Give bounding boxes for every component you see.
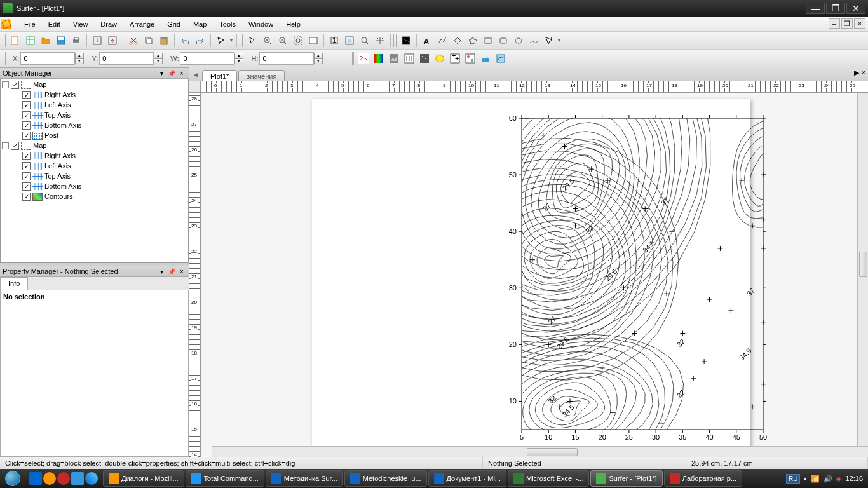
tree-item[interactable]: ✓Post bbox=[1, 130, 188, 140]
rounded-rect-button[interactable] bbox=[496, 34, 510, 48]
export-button[interactable] bbox=[105, 34, 119, 48]
y-spin-down[interactable]: ▾ bbox=[154, 58, 163, 64]
ellipse-button[interactable] bbox=[512, 34, 526, 48]
mdi-minimize-button[interactable]: – bbox=[829, 18, 840, 29]
symbol-button[interactable] bbox=[466, 34, 480, 48]
menu-map[interactable]: Map bbox=[187, 18, 213, 30]
toolbar-grip[interactable] bbox=[393, 34, 397, 47]
start-button[interactable] bbox=[0, 469, 25, 488]
new-plot-button[interactable] bbox=[8, 34, 22, 48]
h-spin-up[interactable]: ▴ bbox=[314, 53, 323, 58]
panel-close-icon[interactable]: × bbox=[177, 267, 186, 276]
toolbar-grip[interactable] bbox=[3, 52, 6, 65]
minimize-button[interactable]: — bbox=[806, 3, 825, 14]
menu-grid[interactable]: Grid bbox=[161, 18, 187, 30]
zoom-selected-button[interactable] bbox=[342, 34, 356, 48]
select-tool-button[interactable] bbox=[214, 34, 228, 48]
new-worksheet-button[interactable] bbox=[24, 34, 37, 48]
object-tree[interactable]: -✓Map✓╫╫╫Right Axis✓╫╫╫Left Axis✓╫╫╫Top … bbox=[0, 79, 189, 263]
surface-map-icon[interactable] bbox=[478, 51, 492, 65]
zoom-in-button[interactable] bbox=[261, 34, 275, 48]
tree-checkbox[interactable]: ✓ bbox=[11, 142, 19, 150]
tree-item[interactable]: ✓╫╫╫Left Axis bbox=[1, 161, 188, 171]
x-spin-up[interactable]: ▴ bbox=[75, 53, 84, 58]
taskbar-button[interactable]: Документ1 - Mi... bbox=[428, 470, 506, 487]
tree-item[interactable]: ✓Contours bbox=[1, 191, 188, 201]
close-button[interactable]: ✕ bbox=[846, 3, 865, 14]
tree-checkbox[interactable]: ✓ bbox=[22, 121, 31, 130]
ql-ie2-icon[interactable] bbox=[85, 472, 98, 485]
tree-expand-icon[interactable]: - bbox=[2, 142, 9, 149]
toolbar-grip[interactable] bbox=[351, 52, 354, 65]
mdi-restore-button[interactable]: ❐ bbox=[841, 18, 853, 29]
print-button[interactable] bbox=[69, 34, 83, 48]
ql-ie-icon[interactable] bbox=[29, 472, 42, 485]
pointer-button[interactable] bbox=[245, 34, 259, 48]
tree-item[interactable]: ✓╫╫╫Right Axis bbox=[1, 90, 188, 100]
canvas[interactable]: 5101520253035404550102030405060272729.52… bbox=[201, 93, 868, 457]
taskbar-button[interactable]: Диалоги - Mozill... bbox=[103, 470, 184, 487]
zoom-actual-button[interactable]: 1 bbox=[327, 34, 341, 48]
rectangle-button[interactable] bbox=[481, 34, 495, 48]
info-tab[interactable]: Info bbox=[0, 277, 28, 290]
taskbar-button[interactable]: Total Command... bbox=[186, 470, 264, 487]
classed-post-icon[interactable] bbox=[463, 51, 477, 65]
tree-checkbox[interactable]: ✓ bbox=[22, 132, 31, 140]
tray-shield-icon[interactable]: ◈ bbox=[836, 475, 841, 483]
panel-pin-icon[interactable]: 📌 bbox=[167, 267, 176, 276]
toolbar-grip[interactable] bbox=[3, 34, 6, 47]
panel-dropdown-icon[interactable]: ▾ bbox=[157, 267, 166, 276]
x-input[interactable] bbox=[20, 52, 75, 65]
redo-button[interactable] bbox=[193, 34, 207, 48]
h-input[interactable] bbox=[259, 52, 314, 65]
tree-item[interactable]: -✓Map bbox=[1, 140, 188, 151]
tree-checkbox[interactable]: ✓ bbox=[22, 172, 31, 180]
menu-file[interactable]: File bbox=[18, 18, 42, 30]
vector-map-icon[interactable] bbox=[402, 51, 416, 65]
taskbar-button[interactable]: Лаборатрная р... bbox=[664, 470, 742, 487]
contour-map-icon[interactable] bbox=[356, 51, 370, 65]
tray-sound-icon[interactable]: 🔊 bbox=[824, 475, 832, 483]
pan-button[interactable] bbox=[373, 34, 387, 48]
import-button[interactable] bbox=[90, 34, 104, 48]
post-map-icon[interactable]: ++ bbox=[448, 51, 462, 65]
tree-item[interactable]: ✓╫╫╫Top Axis bbox=[1, 110, 188, 120]
tab-values[interactable]: значения bbox=[238, 70, 285, 82]
ql-save-icon[interactable] bbox=[71, 472, 84, 485]
taskbar-button[interactable]: Metodicheskie_u... bbox=[344, 470, 427, 487]
y-spin-up[interactable]: ▴ bbox=[154, 53, 163, 58]
tree-checkbox[interactable]: ✓ bbox=[22, 111, 31, 119]
zoom-realtime-button[interactable] bbox=[358, 34, 372, 48]
y-input[interactable] bbox=[99, 52, 154, 65]
tree-checkbox[interactable]: ✓ bbox=[22, 193, 31, 201]
shaded-relief-icon[interactable] bbox=[387, 51, 401, 65]
reshape-button[interactable] bbox=[542, 34, 556, 48]
watershed-icon[interactable] bbox=[417, 51, 431, 65]
zoom-out-button[interactable] bbox=[276, 34, 290, 48]
zoom-fit-button[interactable] bbox=[306, 34, 320, 48]
text-button[interactable]: A bbox=[420, 34, 434, 48]
taskbar-button[interactable]: Методичка Sur... bbox=[266, 470, 343, 487]
spline-button[interactable] bbox=[527, 34, 541, 48]
save-button[interactable] bbox=[54, 34, 68, 48]
undo-button[interactable] bbox=[178, 34, 192, 48]
language-indicator[interactable]: RU bbox=[786, 474, 800, 484]
w-input[interactable] bbox=[180, 52, 234, 65]
tree-item[interactable]: -✓Map bbox=[1, 79, 188, 90]
ql-firefox-icon[interactable] bbox=[43, 472, 56, 485]
taskbar-button[interactable]: Microsoft Excel -... bbox=[508, 470, 589, 487]
polygon-button[interactable] bbox=[451, 34, 465, 48]
ql-opera-icon[interactable] bbox=[57, 472, 70, 485]
tab-prev-icon[interactable]: ◄ bbox=[191, 69, 201, 79]
tree-expand-icon[interactable]: - bbox=[2, 81, 9, 88]
clock[interactable]: 12:16 bbox=[845, 475, 863, 482]
tree-item[interactable]: ✓╫╫╫Bottom Axis bbox=[1, 181, 188, 191]
base-map-icon[interactable] bbox=[494, 51, 508, 65]
tab-next-icon[interactable]: ▶ bbox=[854, 69, 859, 77]
menu-view[interactable]: View bbox=[67, 18, 95, 30]
horizontal-scrollbar[interactable] bbox=[212, 446, 868, 457]
w-spin-up[interactable]: ▴ bbox=[234, 53, 243, 58]
panel-close-icon[interactable]: × bbox=[177, 69, 186, 78]
tree-item[interactable]: ✓╫╫╫Bottom Axis bbox=[1, 120, 188, 130]
tree-checkbox[interactable]: ✓ bbox=[22, 101, 31, 109]
